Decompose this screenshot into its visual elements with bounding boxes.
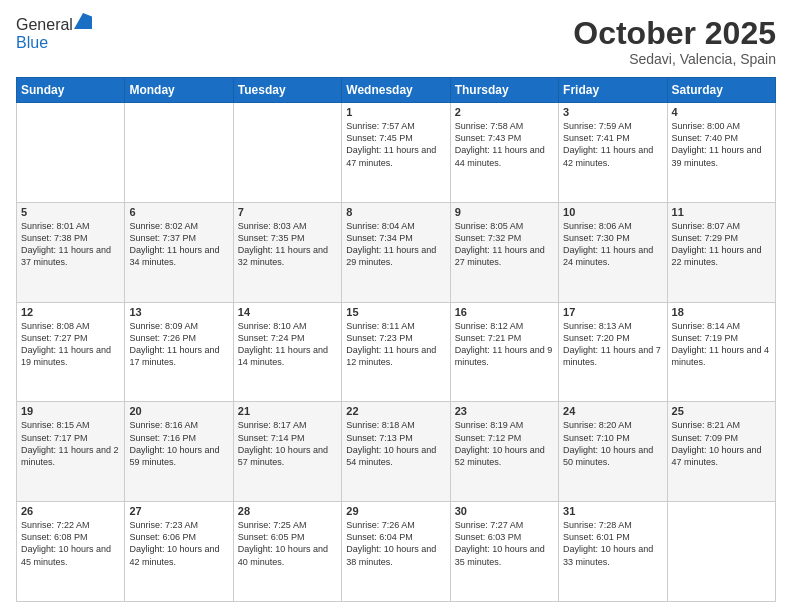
day-info: Sunrise: 8:18 AM Sunset: 7:13 PM Dayligh…: [346, 419, 445, 468]
day-info: Sunrise: 7:28 AM Sunset: 6:01 PM Dayligh…: [563, 519, 662, 568]
calendar-cell: 28Sunrise: 7:25 AM Sunset: 6:05 PM Dayli…: [233, 502, 341, 602]
calendar-cell: 18Sunrise: 8:14 AM Sunset: 7:19 PM Dayli…: [667, 302, 775, 402]
day-info: Sunrise: 8:06 AM Sunset: 7:30 PM Dayligh…: [563, 220, 662, 269]
calendar-cell: [17, 103, 125, 203]
day-info: Sunrise: 7:26 AM Sunset: 6:04 PM Dayligh…: [346, 519, 445, 568]
day-info: Sunrise: 8:19 AM Sunset: 7:12 PM Dayligh…: [455, 419, 554, 468]
weekday-header-sunday: Sunday: [17, 78, 125, 103]
day-number: 13: [129, 306, 228, 318]
day-number: 12: [21, 306, 120, 318]
day-info: Sunrise: 8:16 AM Sunset: 7:16 PM Dayligh…: [129, 419, 228, 468]
location-title: Sedavi, Valencia, Spain: [573, 51, 776, 67]
calendar-cell: 6Sunrise: 8:02 AM Sunset: 7:37 PM Daylig…: [125, 202, 233, 302]
calendar-week-row: 5Sunrise: 8:01 AM Sunset: 7:38 PM Daylig…: [17, 202, 776, 302]
day-number: 19: [21, 405, 120, 417]
day-info: Sunrise: 8:14 AM Sunset: 7:19 PM Dayligh…: [672, 320, 771, 369]
day-number: 23: [455, 405, 554, 417]
calendar-cell: 9Sunrise: 8:05 AM Sunset: 7:32 PM Daylig…: [450, 202, 558, 302]
day-info: Sunrise: 7:57 AM Sunset: 7:45 PM Dayligh…: [346, 120, 445, 169]
day-info: Sunrise: 8:05 AM Sunset: 7:32 PM Dayligh…: [455, 220, 554, 269]
calendar-cell: 19Sunrise: 8:15 AM Sunset: 7:17 PM Dayli…: [17, 402, 125, 502]
day-info: Sunrise: 8:15 AM Sunset: 7:17 PM Dayligh…: [21, 419, 120, 468]
svg-marker-0: [74, 13, 92, 29]
logo-blue-text: Blue: [16, 34, 48, 51]
calendar-cell: 7Sunrise: 8:03 AM Sunset: 7:35 PM Daylig…: [233, 202, 341, 302]
calendar-cell: 12Sunrise: 8:08 AM Sunset: 7:27 PM Dayli…: [17, 302, 125, 402]
day-number: 7: [238, 206, 337, 218]
day-info: Sunrise: 8:11 AM Sunset: 7:23 PM Dayligh…: [346, 320, 445, 369]
day-number: 3: [563, 106, 662, 118]
calendar-cell: 10Sunrise: 8:06 AM Sunset: 7:30 PM Dayli…: [559, 202, 667, 302]
day-number: 25: [672, 405, 771, 417]
calendar-cell: 11Sunrise: 8:07 AM Sunset: 7:29 PM Dayli…: [667, 202, 775, 302]
weekday-header-tuesday: Tuesday: [233, 78, 341, 103]
day-info: Sunrise: 8:00 AM Sunset: 7:40 PM Dayligh…: [672, 120, 771, 169]
calendar-cell: 22Sunrise: 8:18 AM Sunset: 7:13 PM Dayli…: [342, 402, 450, 502]
calendar-week-row: 19Sunrise: 8:15 AM Sunset: 7:17 PM Dayli…: [17, 402, 776, 502]
day-info: Sunrise: 7:58 AM Sunset: 7:43 PM Dayligh…: [455, 120, 554, 169]
calendar-cell: 16Sunrise: 8:12 AM Sunset: 7:21 PM Dayli…: [450, 302, 558, 402]
day-info: Sunrise: 8:21 AM Sunset: 7:09 PM Dayligh…: [672, 419, 771, 468]
calendar-cell: 25Sunrise: 8:21 AM Sunset: 7:09 PM Dayli…: [667, 402, 775, 502]
calendar-cell: 27Sunrise: 7:23 AM Sunset: 6:06 PM Dayli…: [125, 502, 233, 602]
calendar-cell: 29Sunrise: 7:26 AM Sunset: 6:04 PM Dayli…: [342, 502, 450, 602]
day-info: Sunrise: 8:20 AM Sunset: 7:10 PM Dayligh…: [563, 419, 662, 468]
calendar-week-row: 26Sunrise: 7:22 AM Sunset: 6:08 PM Dayli…: [17, 502, 776, 602]
calendar-cell: [667, 502, 775, 602]
day-number: 26: [21, 505, 120, 517]
day-number: 1: [346, 106, 445, 118]
day-number: 15: [346, 306, 445, 318]
calendar-cell: 20Sunrise: 8:16 AM Sunset: 7:16 PM Dayli…: [125, 402, 233, 502]
month-title: October 2025: [573, 16, 776, 51]
calendar-cell: 17Sunrise: 8:13 AM Sunset: 7:20 PM Dayli…: [559, 302, 667, 402]
day-number: 29: [346, 505, 445, 517]
day-number: 20: [129, 405, 228, 417]
day-number: 9: [455, 206, 554, 218]
calendar-cell: 15Sunrise: 8:11 AM Sunset: 7:23 PM Dayli…: [342, 302, 450, 402]
day-info: Sunrise: 8:10 AM Sunset: 7:24 PM Dayligh…: [238, 320, 337, 369]
day-number: 2: [455, 106, 554, 118]
day-number: 30: [455, 505, 554, 517]
day-info: Sunrise: 8:07 AM Sunset: 7:29 PM Dayligh…: [672, 220, 771, 269]
calendar-cell: 2Sunrise: 7:58 AM Sunset: 7:43 PM Daylig…: [450, 103, 558, 203]
weekday-header-monday: Monday: [125, 78, 233, 103]
day-info: Sunrise: 7:23 AM Sunset: 6:06 PM Dayligh…: [129, 519, 228, 568]
day-number: 16: [455, 306, 554, 318]
day-number: 22: [346, 405, 445, 417]
day-number: 11: [672, 206, 771, 218]
calendar-cell: 8Sunrise: 8:04 AM Sunset: 7:34 PM Daylig…: [342, 202, 450, 302]
calendar-cell: 30Sunrise: 7:27 AM Sunset: 6:03 PM Dayli…: [450, 502, 558, 602]
calendar-cell: 1Sunrise: 7:57 AM Sunset: 7:45 PM Daylig…: [342, 103, 450, 203]
title-block: October 2025 Sedavi, Valencia, Spain: [573, 16, 776, 67]
calendar-cell: 23Sunrise: 8:19 AM Sunset: 7:12 PM Dayli…: [450, 402, 558, 502]
calendar-header-row: SundayMondayTuesdayWednesdayThursdayFrid…: [17, 78, 776, 103]
calendar-cell: 14Sunrise: 8:10 AM Sunset: 7:24 PM Dayli…: [233, 302, 341, 402]
calendar-cell: 26Sunrise: 7:22 AM Sunset: 6:08 PM Dayli…: [17, 502, 125, 602]
day-number: 28: [238, 505, 337, 517]
calendar-body: 1Sunrise: 7:57 AM Sunset: 7:45 PM Daylig…: [17, 103, 776, 602]
calendar-cell: 3Sunrise: 7:59 AM Sunset: 7:41 PM Daylig…: [559, 103, 667, 203]
calendar-week-row: 1Sunrise: 7:57 AM Sunset: 7:45 PM Daylig…: [17, 103, 776, 203]
day-number: 14: [238, 306, 337, 318]
calendar-cell: 21Sunrise: 8:17 AM Sunset: 7:14 PM Dayli…: [233, 402, 341, 502]
day-info: Sunrise: 8:17 AM Sunset: 7:14 PM Dayligh…: [238, 419, 337, 468]
calendar-cell: 5Sunrise: 8:01 AM Sunset: 7:38 PM Daylig…: [17, 202, 125, 302]
calendar-cell: [233, 103, 341, 203]
day-number: 6: [129, 206, 228, 218]
calendar-cell: 13Sunrise: 8:09 AM Sunset: 7:26 PM Dayli…: [125, 302, 233, 402]
calendar-cell: 31Sunrise: 7:28 AM Sunset: 6:01 PM Dayli…: [559, 502, 667, 602]
day-info: Sunrise: 8:12 AM Sunset: 7:21 PM Dayligh…: [455, 320, 554, 369]
day-info: Sunrise: 8:13 AM Sunset: 7:20 PM Dayligh…: [563, 320, 662, 369]
calendar-cell: 4Sunrise: 8:00 AM Sunset: 7:40 PM Daylig…: [667, 103, 775, 203]
day-info: Sunrise: 7:59 AM Sunset: 7:41 PM Dayligh…: [563, 120, 662, 169]
day-number: 17: [563, 306, 662, 318]
weekday-header-thursday: Thursday: [450, 78, 558, 103]
day-info: Sunrise: 8:04 AM Sunset: 7:34 PM Dayligh…: [346, 220, 445, 269]
day-number: 18: [672, 306, 771, 318]
day-info: Sunrise: 8:02 AM Sunset: 7:37 PM Dayligh…: [129, 220, 228, 269]
weekday-header-wednesday: Wednesday: [342, 78, 450, 103]
logo: General Blue: [16, 16, 92, 52]
day-number: 4: [672, 106, 771, 118]
weekday-header-friday: Friday: [559, 78, 667, 103]
header: General Blue October 2025 Sedavi, Valenc…: [16, 16, 776, 67]
